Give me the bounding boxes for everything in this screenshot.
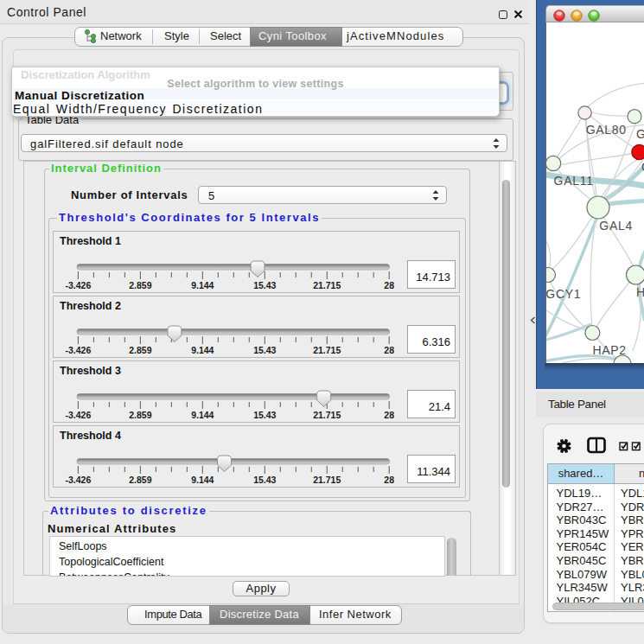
svg-text:GCY1: GCY1 [546,287,581,301]
svg-text:2.859: 2.859 [129,280,151,290]
svg-text:21.715: 21.715 [313,280,341,290]
svg-text:15.43: 15.43 [253,410,276,420]
svg-text:-3.426: -3.426 [66,475,92,485]
svg-text:GAL4: GAL4 [599,219,633,233]
svg-text:9.144: 9.144 [191,280,214,290]
svg-text:9.144: 9.144 [191,410,214,420]
svg-text:15.43: 15.43 [253,345,276,355]
svg-text:GAL11: GAL11 [554,174,594,188]
svg-text:15.43: 15.43 [253,475,276,485]
svg-text:28: 28 [384,410,394,420]
svg-text:-3.426: -3.426 [66,410,92,420]
svg-text:2.859: 2.859 [129,345,151,355]
svg-text:9.144: 9.144 [191,345,214,355]
svg-text:15.43: 15.43 [253,280,276,290]
svg-text:-3.426: -3.426 [66,280,92,290]
svg-text:21.715: 21.715 [313,345,341,355]
svg-text:2.859: 2.859 [129,475,151,485]
svg-text:21.715: 21.715 [313,475,341,485]
svg-text:9.144: 9.144 [191,475,214,485]
svg-text:HAP2: HAP2 [592,343,626,357]
svg-text:-3.426: -3.426 [66,345,92,355]
svg-text:28: 28 [384,475,394,485]
svg-text:21.715: 21.715 [313,410,341,420]
svg-text:28: 28 [384,345,394,355]
svg-text:2.859: 2.859 [129,410,151,420]
svg-text:GA: GA [636,127,644,141]
svg-text:GAL80: GAL80 [586,123,627,137]
svg-text:H: H [636,285,644,299]
svg-text:28: 28 [384,280,394,290]
